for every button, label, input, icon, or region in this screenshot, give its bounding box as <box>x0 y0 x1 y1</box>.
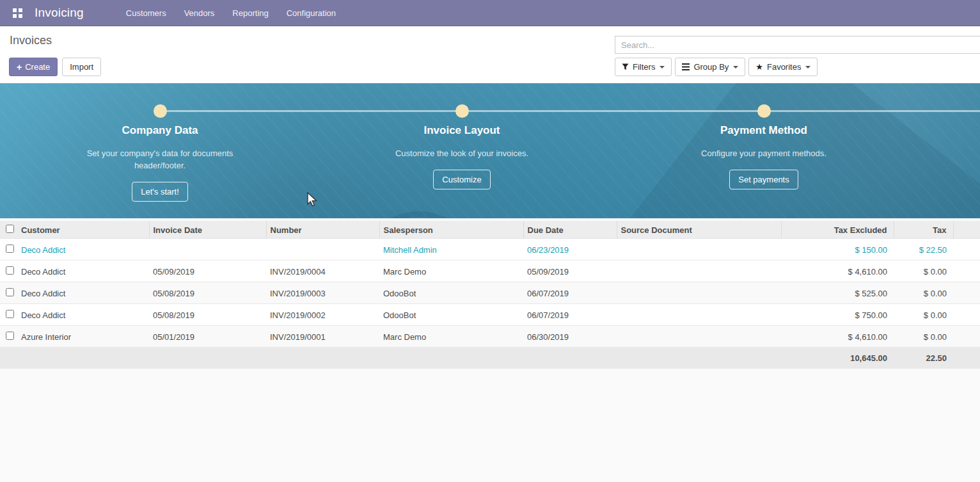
cell-source-document <box>617 326 781 348</box>
cell-customer: Azure Interior <box>17 326 149 348</box>
group-by-bars-icon <box>682 63 690 70</box>
cell-tax-excluded: $ 4,610.00 <box>781 261 894 282</box>
lets-start-button[interactable]: Let's start! <box>132 182 188 202</box>
set-payments-button[interactable]: Set payments <box>729 170 798 189</box>
col-header-tax[interactable]: Tax <box>894 221 953 239</box>
select-all-checkbox[interactable] <box>6 225 14 233</box>
favorites-label: Favorites <box>767 61 801 72</box>
step-title: Company Data <box>58 124 262 137</box>
chevron-down-icon <box>733 66 738 68</box>
row-checkbox[interactable] <box>6 266 14 275</box>
list-footer-row: 10,645.00 22.50 <box>0 348 980 369</box>
app-title[interactable]: Invoicing <box>35 6 84 20</box>
invoice-row[interactable]: Deco Addict 05/08/2019 INV/2019/0003 Odo… <box>0 282 980 304</box>
cell-source-document <box>617 282 781 304</box>
cell-salesperson: Mitchell Admin <box>379 239 523 261</box>
cell-salesperson: Marc Demo <box>379 261 523 282</box>
chevron-down-icon <box>660 66 665 68</box>
grid-icon <box>13 8 22 18</box>
create-button[interactable]: + Create <box>9 58 58 76</box>
favorites-button[interactable]: ★ Favorites <box>748 58 818 76</box>
invoice-list-table: Customer Invoice Date Number Salesperson… <box>0 221 980 369</box>
action-buttons: + Create Import <box>9 58 101 76</box>
group-by-label: Group By <box>693 61 729 72</box>
cell-due-date: 05/09/2019 <box>523 261 617 282</box>
create-button-label: Create <box>25 61 50 72</box>
step-title: Invoice Layout <box>360 124 564 137</box>
import-button[interactable]: Import <box>62 58 101 76</box>
cell-customer: Deco Addict <box>17 239 149 261</box>
cell-salesperson: OdooBot <box>379 282 523 304</box>
invoice-row[interactable]: Azure Interior 05/01/2019 INV/2019/0001 … <box>0 326 980 348</box>
cell-tax: $ 0.00 <box>894 261 953 282</box>
invoicing-app-screen: Invoicing Customers Vendors Reporting Co… <box>0 0 980 482</box>
onboarding-step-company-data: Company Data Set your company's data for… <box>58 124 262 202</box>
step-description: Configure your payment methods. <box>686 147 842 159</box>
top-navbar: Invoicing Customers Vendors Reporting Co… <box>0 0 980 26</box>
col-header-due-date[interactable]: Due Date <box>523 221 617 239</box>
invoice-row[interactable]: Deco Addict 05/08/2019 INV/2019/0002 Odo… <box>0 304 980 326</box>
cell-customer: Deco Addict <box>17 282 149 304</box>
cell-source-document <box>617 239 781 261</box>
apps-menu-icon[interactable] <box>10 6 24 20</box>
onboarding-banner: Company Data Set your company's data for… <box>0 83 980 218</box>
col-header-invoice-date[interactable]: Invoice Date <box>149 221 266 239</box>
cell-due-date: 06/07/2019 <box>523 282 617 304</box>
col-header-number[interactable]: Number <box>266 221 379 239</box>
group-by-button[interactable]: Group By <box>675 58 745 76</box>
cell-invoice-date: 05/09/2019 <box>149 261 266 282</box>
search-input[interactable] <box>615 40 980 50</box>
cell-salesperson: OdooBot <box>379 304 523 326</box>
cell-tax-excluded: $ 750.00 <box>781 304 894 326</box>
row-checkbox[interactable] <box>6 288 14 296</box>
plus-icon: + <box>17 63 22 72</box>
step-dot-payment-method <box>757 104 771 118</box>
cell-due-date: 06/07/2019 <box>523 304 617 326</box>
total-tax-excluded: 10,645.00 <box>781 348 894 369</box>
filters-button[interactable]: Filters <box>615 58 672 76</box>
list-header-row: Customer Invoice Date Number Salesperson… <box>0 221 980 239</box>
cell-customer: Deco Addict <box>17 304 149 326</box>
cell-tax: $ 0.00 <box>894 326 953 348</box>
search-box <box>615 36 980 54</box>
cell-tax-excluded: $ 4,610.00 <box>781 326 894 348</box>
menu-reporting[interactable]: Reporting <box>223 0 277 26</box>
cell-tax-excluded: $ 525.00 <box>781 282 894 304</box>
menu-vendors[interactable]: Vendors <box>175 0 224 26</box>
col-header-salesperson[interactable]: Salesperson <box>379 221 523 239</box>
total-tax: 22.50 <box>894 348 953 369</box>
filter-funnel-icon <box>622 63 629 70</box>
customize-button[interactable]: Customize <box>433 170 490 189</box>
cell-number: INV/2019/0001 <box>266 326 379 348</box>
cell-number: INV/2019/0003 <box>266 282 379 304</box>
star-icon: ★ <box>755 61 763 72</box>
step-description: Customize the look of your invoices. <box>384 147 541 159</box>
row-checkbox[interactable] <box>6 332 14 340</box>
banner-decoration <box>358 211 480 218</box>
menu-customers[interactable]: Customers <box>117 0 175 26</box>
col-header-tax-excluded[interactable]: Tax Excluded <box>781 221 894 239</box>
step-dot-company-data <box>154 104 167 118</box>
menu-configuration[interactable]: Configuration <box>278 0 345 26</box>
cell-salesperson: Marc Demo <box>379 326 523 348</box>
onboarding-step-payment-method: Payment Method Configure your payment me… <box>661 124 866 189</box>
col-header-source-document[interactable]: Source Document <box>617 221 781 239</box>
cell-number: INV/2019/0002 <box>266 304 379 326</box>
cell-invoice-date: 05/08/2019 <box>149 304 266 326</box>
page-title: Invoices <box>10 34 52 47</box>
cell-invoice-date: 05/08/2019 <box>149 282 266 304</box>
import-button-label: Import <box>70 61 93 72</box>
cell-customer: Deco Addict <box>17 261 149 282</box>
row-checkbox[interactable] <box>6 245 14 253</box>
cell-tax-excluded: $ 150.00 <box>781 239 894 261</box>
row-checkbox[interactable] <box>6 310 14 318</box>
invoice-row[interactable]: Deco Addict 05/09/2019 INV/2019/0004 Mar… <box>0 261 980 282</box>
invoice-row[interactable]: Deco Addict Mitchell Admin 06/23/2019 $ … <box>0 239 980 261</box>
cell-invoice-date: 05/01/2019 <box>149 326 266 348</box>
control-panel: Invoices + Create Import Filters <box>0 26 980 83</box>
search-filter-buttons: Filters Group By ★ Favorites <box>615 58 821 76</box>
cell-number <box>266 239 379 261</box>
col-header-customer[interactable]: Customer <box>17 221 149 239</box>
cell-source-document <box>617 261 781 282</box>
cell-due-date: 06/30/2019 <box>523 326 617 348</box>
